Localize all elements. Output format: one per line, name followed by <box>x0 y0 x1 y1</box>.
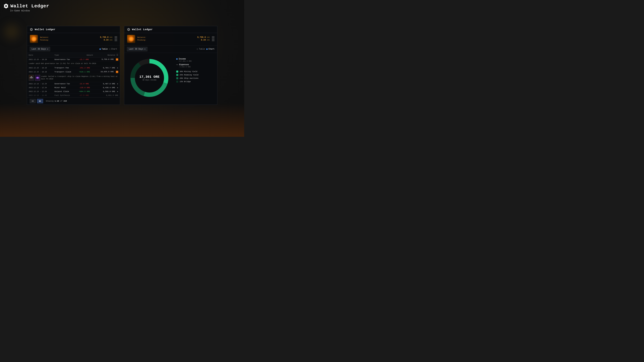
right-balance-value: 9,769.0 ORE <box>198 36 214 38</box>
right-pending-currency: ORE <box>207 39 210 41</box>
left-balance-menu-icon[interactable] <box>114 36 117 38</box>
cell-amount: -17.5 ORE <box>77 93 95 97</box>
table-row: 2022.12.13 - 12.24 Minor Raid -135.6 ORE… <box>27 86 120 90</box>
left-chart-view-option[interactable]: Chart <box>109 48 117 50</box>
ship-icon <box>29 75 34 80</box>
chart-area: 17,301 ORE 30 Days Income Income +17,301… <box>124 53 217 103</box>
showing-range: 1-10 <box>55 100 59 102</box>
cell-type: Governance Tax <box>53 82 77 86</box>
left-table-view-option[interactable]: Table <box>100 48 108 50</box>
expenses-dash-icon <box>176 64 178 65</box>
page-subtitle: In-Game Window <box>10 9 49 12</box>
legend-text-2: 25% Roaming Yield <box>180 74 198 76</box>
balance-filter-icon[interactable]: ☰ <box>116 54 118 56</box>
table-row: 2022.12.15 - 18.19 Governance Tax -15.7 … <box>27 57 120 62</box>
left-balance-labels: Balance: 9,769.0 ORE Pending: 0.34 <box>40 36 117 41</box>
legend-item-1: 30% Mining Yield <box>176 70 214 72</box>
legend-text-1: 30% Mining Yield <box>180 70 198 72</box>
cell-amount: -22.8 ORE <box>77 82 95 86</box>
cell-balance: 9,769.0 ORE ▼ <box>95 57 120 62</box>
table-row: 2022.12.15 - 18.19 Transport Fee -251.2 … <box>27 66 120 70</box>
left-table-label: Table <box>102 48 108 50</box>
left-chart-dot <box>109 48 110 50</box>
legend-square-2 <box>176 74 178 76</box>
left-filter-dropdown[interactable]: Last 30 Days <box>30 47 50 51</box>
legend-square-4 <box>176 81 178 83</box>
right-balance-menu-icon[interactable] <box>212 36 214 38</box>
cell-date: 2022.12.15 - 18.19 <box>27 70 53 74</box>
page-title-text: Wallet Ledger <box>10 3 49 9</box>
pagination: ⏮ ⏭ Showing 1-10 of 215 <box>27 97 120 105</box>
legend-item-4: 15% Bridge <box>176 81 214 83</box>
legend-square-3 <box>176 77 178 79</box>
icon-box-1 <box>29 75 34 81</box>
cell-amount: +904.5 ORE <box>77 90 95 93</box>
col-amount: Amount <box>77 53 95 57</box>
amount-neg: -15.7 ORE <box>79 58 89 60</box>
right-table-label: Table <box>199 48 205 50</box>
table-header-row: Date Type Amount Balance ☰ <box>27 53 120 57</box>
amount-pos: +628.1 ORE <box>79 71 90 73</box>
cell-balance: 8,661.5 ORE <box>95 93 120 97</box>
expenses-label: Expenses <box>179 63 189 66</box>
expand-icon[interactable]: ▼ <box>116 71 118 73</box>
right-chart-label: Chart <box>208 48 214 50</box>
left-pending-menu-icon[interactable] <box>114 39 117 41</box>
left-avatar <box>30 35 38 43</box>
collapse-icon[interactable]: ▶ <box>117 91 118 92</box>
left-chart-label: Chart <box>111 48 117 50</box>
showing-total: 215 <box>64 100 67 102</box>
legend-item-3: 20% Ship Auctions <box>176 77 214 79</box>
right-pending-amount: 0.34 <box>201 39 206 41</box>
left-window-gear-icon <box>30 28 33 31</box>
amount-neg: -135.6 ORE <box>79 87 90 89</box>
left-pending-label: Pending: <box>40 39 49 41</box>
left-pending-amount: 0.34 <box>104 39 108 41</box>
collapse-icon[interactable]: ▶ <box>117 87 118 89</box>
right-chart-view-option[interactable]: Chart <box>206 48 214 50</box>
amount-neg: -22.8 ORE <box>79 83 89 85</box>
right-pending-label: Pending: <box>137 39 146 41</box>
left-balance-section: Balance: 9,769.0 ORE Pending: 0.34 <box>27 33 120 45</box>
right-balance-row: Balance: 9,769.0 ORE Pending: 0.34 <box>127 35 214 43</box>
right-balance-label: Balance: <box>137 36 146 38</box>
avatar-image-right <box>127 35 135 43</box>
collapse-icon[interactable]: ▶ <box>117 67 118 69</box>
cargo-icon <box>35 75 40 80</box>
cell-type: Fuel Synthesis <box>53 93 77 97</box>
right-filter-label: Last 30 Days <box>129 48 143 50</box>
right-window: Wallet Ledger Balance: 9,769.0 ORE <box>124 26 217 105</box>
right-window-title: Wallet Ledger <box>132 28 153 31</box>
right-balance-labels: Balance: 9,769.0 ORE Pending: 0.34 <box>137 36 214 41</box>
table-row: 2022.12.13 - 12.24 Governance Tax -22.8 … <box>27 82 120 86</box>
income-label: Income <box>178 58 186 60</box>
page-title-gear-icon <box>3 3 9 9</box>
legend-income-title: Income <box>176 58 214 60</box>
right-filter-arrow-icon <box>144 49 146 50</box>
cell-date: 2022.12.13 - 12.24 <box>27 82 53 86</box>
cell-date: 2022.12.15 - 18.19 <box>27 57 53 62</box>
cell-balance: 9,407.8 ORE ▶ <box>95 82 120 86</box>
left-balance-amount: 9,769.0 <box>100 36 108 38</box>
page-header: Wallet Ledger In-Game Window <box>3 3 49 12</box>
right-pending-label-row: Pending: 0.34 ORE <box>137 39 214 41</box>
first-page-button[interactable]: ⏮ <box>30 99 36 103</box>
table-detail-row: Loader hailed a transport ship to claim … <box>27 74 120 82</box>
right-balance-currency: ORE <box>207 36 210 38</box>
right-filter-dropdown[interactable]: Last 30 Days <box>127 47 148 51</box>
expand-icon[interactable]: ▼ <box>116 58 118 61</box>
cell-date: 2022.12.13 - 12.24 <box>27 90 53 93</box>
table-head: Date Type Amount Balance ☰ <box>27 53 120 57</box>
showing-text: Showing 1-10 of 215 <box>46 100 67 102</box>
collapse-icon[interactable]: ▶ <box>117 83 118 85</box>
svg-rect-2 <box>30 78 31 78</box>
right-table-view-option[interactable]: Table <box>197 48 205 50</box>
donut-chart-container: 17,301 ORE 30 Days Income <box>128 56 171 100</box>
right-view-toggle: Table Chart <box>197 48 214 50</box>
cell-date: 2022.12.15 - 18.19 <box>27 66 53 70</box>
next-page-button[interactable]: ⏭ <box>37 99 43 103</box>
detail-text: Loader hailed a transport ship to claim … <box>41 75 118 80</box>
right-pending-menu-icon[interactable] <box>212 39 214 41</box>
cell-balance: 9,430.4 ORE ▶ <box>95 86 120 90</box>
amount-neg: -17.5 ORE <box>79 94 89 96</box>
